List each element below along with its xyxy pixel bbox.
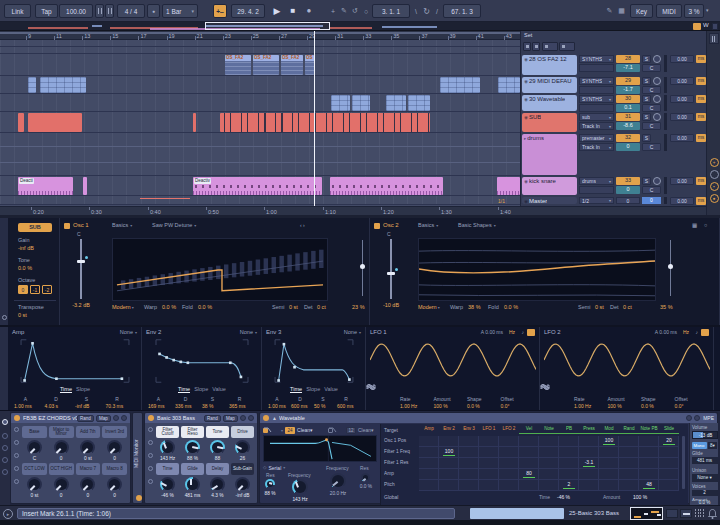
clip[interactable]	[330, 177, 443, 195]
tab-slope[interactable]: Slope	[76, 386, 90, 393]
track-name-28-os-fa2-12[interactable]: ◉28 OS FA2 12	[522, 55, 577, 75]
circle-view-icon[interactable]: ○	[704, 222, 707, 228]
matrix-cell[interactable]: 100	[439, 447, 459, 458]
track-fold-icon[interactable]: ◉	[524, 199, 528, 204]
track-delay-box[interactable]: 0.00	[670, 77, 694, 85]
matrix-cell[interactable]	[419, 447, 439, 458]
matrix-cell[interactable]	[639, 436, 659, 447]
mixer-section-button[interactable]: ▪	[710, 182, 719, 191]
osc-wavetable-menu[interactable]: Basic Shapes▾	[458, 222, 496, 228]
matrix-cell[interactable]	[619, 480, 639, 491]
clip[interactable]: Deactiv	[193, 177, 322, 195]
rack-side-icon[interactable]	[148, 427, 153, 432]
wavetable-nav-arrows[interactable]: ‹ ›	[300, 222, 305, 228]
square-shape-icon[interactable]	[462, 383, 472, 391]
matrix-cell[interactable]	[539, 469, 559, 480]
lfo-param-value[interactable]: 1.00 Hz	[400, 403, 434, 409]
input-routing-menu[interactable]: SYNTHS▾	[579, 95, 614, 103]
metronome-pattern-b[interactable]	[105, 4, 114, 18]
unison-menu[interactable]: None ▾	[692, 474, 718, 482]
chevron-down-icon[interactable]: ▾	[706, 7, 709, 13]
overview-viewport[interactable]	[205, 22, 330, 30]
map-button[interactable]: Map	[223, 415, 238, 422]
clip[interactable]	[497, 177, 520, 195]
matrix-cell[interactable]	[519, 458, 539, 469]
saw-shape-icon[interactable]	[448, 383, 458, 391]
triangle-shape-icon[interactable]	[608, 383, 618, 391]
envelope-display[interactable]	[266, 338, 362, 384]
gain-value[interactable]: -inf dB	[18, 245, 34, 251]
midi-map-toggle[interactable]: MIDI	[656, 4, 682, 18]
adsr-value[interactable]: 1.00 ms	[14, 403, 45, 409]
io-icon[interactable]	[2, 445, 8, 451]
input-routing-menu[interactable]: drums▾	[579, 177, 614, 185]
matrix-column-header-vel[interactable]: Vel	[519, 426, 539, 434]
lfo-rate-unit-toggle[interactable]: Hz	[683, 329, 689, 335]
matrix-cell[interactable]	[579, 469, 599, 480]
osc-gain-handle[interactable]	[77, 260, 85, 263]
io-show-button[interactable]	[709, 33, 719, 44]
matrix-column-header-slide[interactable]: Slide	[659, 426, 679, 434]
tap-tempo-button[interactable]: Tap	[35, 4, 58, 18]
monitor-routing-menu[interactable]: Track In▾	[579, 122, 614, 130]
matrix-cell[interactable]	[499, 469, 519, 480]
global-time-value[interactable]: -46 %	[557, 494, 570, 500]
saw-shape-icon[interactable]	[622, 383, 632, 391]
lock-envelopes-button[interactable]	[559, 42, 575, 51]
map-button[interactable]: Map	[96, 415, 111, 422]
matrix-column-header-lfo-2[interactable]: LFO 2	[499, 426, 519, 434]
adsr-value[interactable]: 4.03 s	[45, 403, 76, 409]
clip[interactable]: OS_FA2	[281, 55, 303, 75]
save-preset-button[interactable]	[248, 415, 254, 421]
lfo-param-value[interactable]: 0.0°	[675, 403, 709, 409]
macro-knob-oct-low[interactable]	[27, 477, 42, 492]
delay-unit-button[interactable]: ms	[696, 113, 706, 121]
tempo-field[interactable]: 100.00	[59, 4, 93, 18]
matrix-cell[interactable]	[559, 458, 579, 469]
adsr-value[interactable]: 336 ms	[175, 403, 202, 409]
voice-count-menu[interactable]: 8▾	[708, 442, 717, 449]
track-volume-box[interactable]: 0	[616, 186, 640, 194]
macro-value[interactable]: 0	[76, 493, 101, 498]
rack-side-icon[interactable]	[148, 440, 153, 445]
matrix-cell[interactable]	[439, 436, 459, 447]
overview-zoom-button[interactable]	[693, 23, 701, 30]
monitor-routing-menu[interactable]	[579, 186, 614, 194]
envelope-route-menu[interactable]: None▾	[240, 329, 257, 335]
device-on-toggle[interactable]	[148, 415, 154, 421]
solo-button[interactable]: S	[642, 77, 651, 85]
macro-knob-invert-3rd[interactable]	[107, 440, 122, 455]
rand-button[interactable]: Rand	[77, 415, 94, 422]
matrix-cell[interactable]	[659, 480, 679, 491]
track-fold-icon[interactable]: ◉	[524, 57, 528, 62]
macro-knob-add-7th[interactable]	[80, 440, 95, 455]
matrix-cell[interactable]	[479, 480, 499, 491]
pan-box[interactable]: C	[642, 143, 661, 151]
rand-button[interactable]: Rand	[204, 415, 221, 422]
track-name-drums[interactable]: ▸drums	[522, 134, 577, 175]
track-delay-box[interactable]: 0.00	[670, 197, 694, 205]
track-fold-icon[interactable]: ◉	[524, 79, 528, 84]
lfo-display[interactable]	[544, 338, 710, 382]
macro-knob-macro-8[interactable]	[107, 477, 122, 492]
adsr-value[interactable]: 169 ms	[148, 403, 175, 409]
matrix-scrollbar[interactable]	[682, 436, 685, 489]
metronome-toggle[interactable]: ●	[147, 4, 160, 18]
track-number-box[interactable]: 30	[616, 95, 640, 103]
osc-category-menu[interactable]: Basics▾	[418, 222, 438, 228]
matrix-cell[interactable]	[439, 480, 459, 491]
matrix-cell[interactable]	[599, 447, 619, 458]
mixer-icon[interactable]	[2, 469, 8, 475]
filter-2-freq-value[interactable]: 20.0 Hz	[324, 491, 352, 496]
punch-out-icon[interactable]: /	[433, 4, 441, 18]
hot-swap-button[interactable]	[113, 415, 119, 421]
chain-show-circle[interactable]	[2, 315, 7, 320]
lfo-sync-icon[interactable]: ♪	[696, 329, 699, 335]
matrix-cell[interactable]	[519, 447, 539, 458]
delay-unit-button[interactable]: ms	[696, 55, 706, 63]
time-ruler[interactable]: 0:200:300:400:501:001:101:201:301:40	[0, 206, 706, 215]
marker-button-a[interactable]	[523, 42, 531, 51]
tab-time[interactable]: Time	[60, 386, 72, 393]
pan-box[interactable]: C	[642, 86, 661, 94]
link-toggle[interactable]: Link	[4, 4, 31, 18]
